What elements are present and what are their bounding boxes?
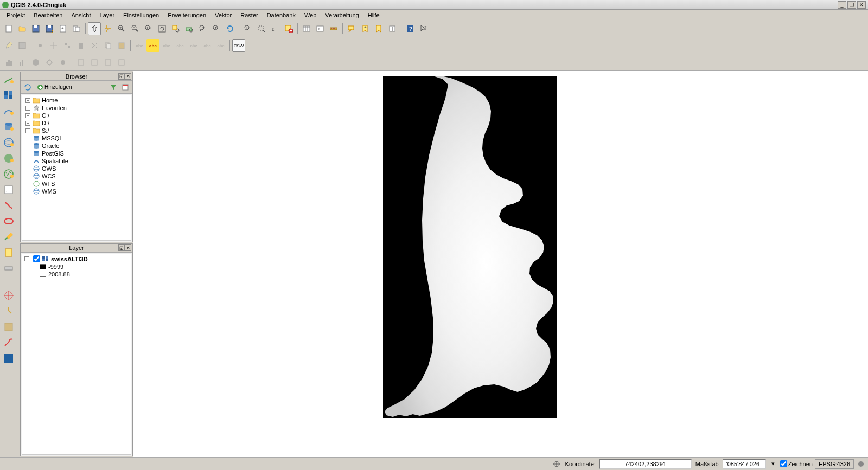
- tree-item-d-drive[interactable]: +D:/: [23, 119, 130, 127]
- zoom-full-button[interactable]: [156, 22, 169, 35]
- open-project-button[interactable]: [16, 22, 29, 35]
- raster-tool-1-button[interactable]: [74, 56, 87, 69]
- raster-histogram-button[interactable]: [2, 56, 15, 69]
- new-button[interactable]: [1, 245, 16, 260]
- zoom-layer-button[interactable]: [183, 22, 196, 35]
- tree-item-favoriten[interactable]: +Favoriten: [23, 104, 130, 112]
- paste-button[interactable]: [115, 39, 128, 52]
- render-checkbox[interactable]: [780, 460, 787, 467]
- raster-tool-4-button[interactable]: [115, 56, 128, 69]
- add-delimited-button[interactable]: ,: [1, 182, 16, 197]
- label-abc-highlighted-button[interactable]: abc: [146, 39, 159, 52]
- label-abc-3-button[interactable]: abc: [160, 39, 173, 52]
- delete-button[interactable]: [74, 39, 87, 52]
- add-postgis-button[interactable]: [1, 119, 16, 134]
- raster-tool-2-button[interactable]: [88, 56, 101, 69]
- tree-item-s-drive[interactable]: +S:/: [23, 127, 130, 134]
- render-toggle[interactable]: Zeichnen: [780, 460, 813, 467]
- layer-expand-button[interactable]: −: [24, 256, 29, 261]
- menu-projekt[interactable]: Projekt: [2, 11, 29, 20]
- layer-visibility-checkbox[interactable]: [33, 255, 40, 262]
- menu-web[interactable]: Web: [300, 11, 321, 20]
- zoom-in-button[interactable]: [115, 22, 128, 35]
- copy-button[interactable]: [101, 39, 114, 52]
- zoom-selection-button[interactable]: [169, 22, 182, 35]
- add-mssql-button[interactable]: [1, 198, 16, 213]
- browser-add-button[interactable]: Hinzufügen: [35, 82, 74, 92]
- menu-raster[interactable]: Raster: [236, 11, 262, 20]
- layer-tree[interactable]: − swissALTI3D_ -9999 2008.88: [22, 254, 131, 455]
- gps-button[interactable]: [1, 288, 16, 303]
- menu-vektor[interactable]: Vektor: [210, 11, 236, 20]
- zoom-out-button[interactable]: [129, 22, 142, 35]
- new-composer-button[interactable]: +: [56, 22, 69, 35]
- layer-close-button[interactable]: ✕: [125, 244, 131, 251]
- tree-item-spatialite[interactable]: SpatiaLite: [23, 157, 130, 165]
- label-abc-4-button[interactable]: abc: [174, 39, 187, 52]
- zoom-last-button[interactable]: [196, 22, 209, 35]
- node-tool-button[interactable]: [61, 39, 74, 52]
- edit-button[interactable]: [2, 39, 15, 52]
- add-oracle-button[interactable]: [1, 214, 16, 229]
- cut-button[interactable]: [88, 39, 101, 52]
- close-button[interactable]: ✕: [857, 1, 866, 9]
- new-vector-button[interactable]: [1, 229, 16, 244]
- minimize-button[interactable]: _: [838, 1, 846, 9]
- menu-hilfe[interactable]: Hilfe: [363, 11, 384, 20]
- road-graph-button[interactable]: [1, 335, 16, 350]
- menu-ansicht[interactable]: Ansicht: [67, 11, 95, 20]
- browser-close-button[interactable]: ✕: [125, 73, 131, 80]
- new-project-button[interactable]: [2, 22, 15, 35]
- composer-manager-button[interactable]: [70, 22, 83, 35]
- add-raster-button[interactable]: [1, 88, 16, 103]
- raster-tool-3-button[interactable]: [101, 56, 114, 69]
- field-calc-button[interactable]: Σ: [314, 22, 327, 35]
- browser-refresh-button[interactable]: [23, 82, 33, 92]
- menu-verarbeitung[interactable]: Verarbeitung: [321, 11, 363, 20]
- tree-item-home[interactable]: +Home: [23, 96, 130, 104]
- tree-item-wcs[interactable]: WCS: [23, 172, 130, 180]
- save-as-button[interactable]: [43, 22, 56, 35]
- layer-item-swissalti3d[interactable]: − swissALTI3D_: [23, 255, 130, 263]
- whats-this-button[interactable]: ?: [417, 22, 430, 35]
- add-feature-button[interactable]: [34, 39, 47, 52]
- text-annotation-button[interactable]: T: [386, 22, 399, 35]
- add-wms-button[interactable]: [1, 135, 16, 150]
- toggle-extents-button[interactable]: [552, 459, 561, 469]
- menu-bearbeiten[interactable]: Bearbeiten: [29, 11, 67, 20]
- select-expression-button[interactable]: ε: [269, 22, 282, 35]
- add-wcs-button[interactable]: [1, 151, 16, 166]
- menu-layer[interactable]: Layer: [95, 11, 119, 20]
- browser-undock-button[interactable]: ◱: [118, 73, 125, 80]
- scale-input[interactable]: '085'847'026: [723, 459, 766, 469]
- identify-button[interactable]: i: [241, 22, 254, 35]
- save-project-button[interactable]: [29, 22, 42, 35]
- save-edits-button[interactable]: [16, 39, 29, 52]
- crs-display[interactable]: EPSG:4326: [815, 459, 854, 469]
- zoom-next-button[interactable]: [210, 22, 223, 35]
- tree-item-oracle[interactable]: Oracle: [23, 142, 130, 150]
- raster-brightness-up-button[interactable]: [43, 56, 56, 69]
- map-canvas[interactable]: [133, 71, 868, 457]
- maximize-button[interactable]: ❐: [847, 1, 856, 9]
- tree-item-wfs[interactable]: WFS: [23, 180, 130, 188]
- coordinate-capture-button[interactable]: [1, 304, 16, 319]
- add-wfs-button[interactable]: [1, 166, 16, 182]
- move-feature-button[interactable]: [47, 39, 60, 52]
- menu-einstellungen[interactable]: Einstellungen: [119, 11, 163, 20]
- map-tips-button[interactable]: [345, 22, 358, 35]
- scale-dropdown-button[interactable]: ▾: [768, 459, 778, 469]
- tree-item-mssql[interactable]: MSSQL: [23, 134, 130, 142]
- raster-brightness-down-button[interactable]: [56, 56, 69, 69]
- attribute-table-button[interactable]: [300, 22, 313, 35]
- label-abc-5-button[interactable]: abc: [187, 39, 200, 52]
- help-button[interactable]: ?: [404, 22, 417, 35]
- deselect-button[interactable]: [282, 22, 295, 35]
- browser-tree[interactable]: +Home +Favoriten +C:/ +D:/ +S:/ MSSQL Or…: [22, 95, 131, 241]
- zoom-native-button[interactable]: 1:1: [142, 22, 155, 35]
- label-abc-1-button[interactable]: abc: [133, 39, 146, 52]
- pan-button[interactable]: [88, 22, 101, 35]
- browser-collapse-button[interactable]: [120, 82, 130, 92]
- tree-item-postgis[interactable]: PostGIS: [23, 150, 130, 157]
- raster-contrast-button[interactable]: [29, 56, 42, 69]
